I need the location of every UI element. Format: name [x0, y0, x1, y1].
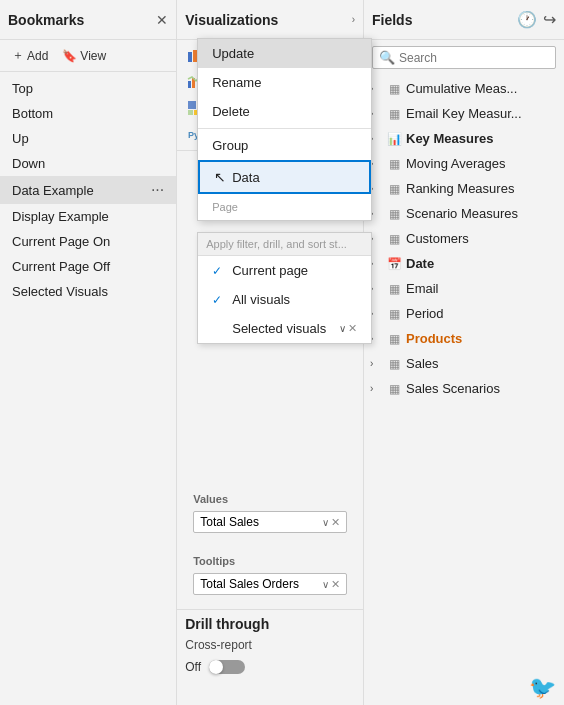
- list-item[interactable]: Top: [0, 76, 176, 101]
- field-group-header-customers[interactable]: › ▦ Customers: [364, 227, 564, 250]
- fields-header-icons: 🕐 ↪: [517, 10, 556, 29]
- values-dropdown[interactable]: Total Sales ∨ ✕: [193, 511, 347, 533]
- field-group-name: Key Measures: [406, 131, 493, 146]
- field-group-customers: › ▦ Customers: [364, 227, 564, 250]
- viz-title: Visualizations: [185, 12, 278, 28]
- field-group-header-sales-scenarios[interactable]: › ▦ Sales Scenarios: [364, 377, 564, 400]
- list-item[interactable]: Up: [0, 126, 176, 151]
- table-icon: ▦: [386, 207, 402, 221]
- list-item[interactable]: Display Example: [0, 204, 176, 229]
- search-icon: 🔍: [379, 50, 395, 65]
- field-group-name: Moving Averages: [406, 156, 506, 171]
- values-clear-icon[interactable]: ✕: [331, 516, 340, 529]
- chevron-down-icon: ∨: [322, 579, 329, 590]
- field-group-name: Period: [406, 306, 444, 321]
- field-group-name: Email: [406, 281, 439, 296]
- share-icon[interactable]: ↪: [543, 10, 556, 29]
- close-icon[interactable]: ✕: [348, 322, 357, 335]
- list-item[interactable]: Current Page Off: [0, 254, 176, 279]
- bookmarks-panel: Bookmarks ✕ ＋ Add 🔖 View Top Bottom Up D…: [0, 0, 177, 705]
- tooltips-dropdown[interactable]: Total Sales Orders ∨ ✕: [193, 573, 347, 595]
- view-button[interactable]: 🔖 View: [58, 47, 110, 65]
- field-group-date: › 📅 Date: [364, 252, 564, 275]
- field-group-email: › ▦ Email: [364, 277, 564, 300]
- list-item[interactable]: Selected Visuals: [0, 279, 176, 304]
- field-group-header-date[interactable]: › 📅 Date: [364, 252, 564, 275]
- field-group-header-period[interactable]: › ▦ Period: [364, 302, 564, 325]
- sub-item-current-page[interactable]: ✓ Current page: [198, 256, 371, 285]
- list-item[interactable]: Current Page On: [0, 229, 176, 254]
- field-group-scenario: › ▦ Scenario Measures: [364, 202, 564, 225]
- field-group-header-cumulative[interactable]: › ▦ Cumulative Meas...: [364, 77, 564, 100]
- field-group-name: Ranking Measures: [406, 181, 514, 196]
- search-box[interactable]: 🔍: [372, 46, 556, 69]
- field-group-header-ranking[interactable]: › ▦ Ranking Measures: [364, 177, 564, 200]
- sub-item-selected-visuals[interactable]: ✓ Selected visuals ∨ ✕: [198, 314, 371, 343]
- field-group-name: Products: [406, 331, 462, 346]
- field-group-name: Sales: [406, 356, 439, 371]
- toggle-off-label: Off: [185, 660, 201, 674]
- table-icon: ▦: [386, 182, 402, 196]
- field-group-header-sales[interactable]: › ▦ Sales: [364, 352, 564, 375]
- table-icon: ▦: [386, 82, 402, 96]
- sub-section-menu: Apply filter, drill, and sort st... ✓ Cu…: [197, 232, 372, 344]
- tooltips-label: Tooltips: [185, 549, 355, 569]
- calendar-icon: 📅: [386, 257, 402, 271]
- field-group-header-key-measures[interactable]: › 📊 Key Measures: [364, 127, 564, 150]
- clock-icon[interactable]: 🕐: [517, 10, 537, 29]
- tooltips-clear-icon[interactable]: ✕: [331, 578, 340, 591]
- field-group-header-moving-avg[interactable]: › ▦ Moving Averages: [364, 152, 564, 175]
- apply-filter-label: Apply filter, drill, and sort st...: [198, 233, 371, 256]
- toggle-row: Off: [185, 656, 355, 678]
- field-group-period: › ▦ Period: [364, 302, 564, 325]
- context-menu-update[interactable]: Update: [198, 39, 371, 68]
- table-icon: ▦: [386, 332, 402, 346]
- drill-through-section: Drill through Cross-report Off: [177, 609, 363, 684]
- field-group-header-email-key[interactable]: › ▦ Email Key Measur...: [364, 102, 564, 125]
- bookmarks-close-icon[interactable]: ✕: [156, 12, 168, 28]
- tooltips-section: Tooltips Total Sales Orders ∨ ✕: [177, 543, 363, 605]
- list-item[interactable]: Down: [0, 151, 176, 176]
- svg-rect-24: [188, 101, 196, 109]
- context-menu-group[interactable]: Group: [198, 131, 371, 160]
- field-group-name: Email Key Measur...: [406, 106, 522, 121]
- bookmarks-list: Top Bottom Up Down Data Example ··· Disp…: [0, 72, 176, 705]
- bird-icon: 🐦: [529, 675, 556, 701]
- fields-title: Fields: [372, 12, 412, 28]
- field-group-header-email[interactable]: › ▦ Email: [364, 277, 564, 300]
- field-group-header-products[interactable]: › ▦ Products: [364, 327, 564, 350]
- fields-list: › ▦ Cumulative Meas... › ▦ Email Key Mea…: [364, 75, 564, 671]
- context-menu-delete[interactable]: Delete: [198, 97, 371, 126]
- list-item[interactable]: Bottom: [0, 101, 176, 126]
- bookmarks-header: Bookmarks ✕: [0, 0, 176, 40]
- values-section: Values Total Sales ∨ ✕: [177, 481, 363, 543]
- context-menu-page[interactable]: Page: [198, 194, 371, 220]
- fields-panel: Fields 🕐 ↪ 🔍 › ▦ Cumulative Meas... › ▦ …: [364, 0, 564, 705]
- table-icon: ▦: [386, 357, 402, 371]
- field-group-name: Sales Scenarios: [406, 381, 500, 396]
- view-icon: 🔖: [62, 49, 77, 63]
- bookmarks-toolbar: ＋ Add 🔖 View: [0, 40, 176, 72]
- svg-rect-26: [188, 110, 193, 115]
- field-group-key-measures: › 📊 Key Measures: [364, 127, 564, 150]
- fields-footer: 🐦: [364, 671, 564, 705]
- sub-item-all-visuals[interactable]: ✓ All visuals: [198, 285, 371, 314]
- context-menu-rename[interactable]: Rename: [198, 68, 371, 97]
- values-label: Values: [185, 487, 355, 507]
- search-input[interactable]: [399, 51, 549, 65]
- bookmarks-title: Bookmarks: [8, 12, 84, 28]
- field-group-header-scenario[interactable]: › ▦ Scenario Measures: [364, 202, 564, 225]
- list-item-data-example[interactable]: Data Example ···: [0, 176, 176, 204]
- plus-icon: ＋: [12, 47, 24, 64]
- chevron-right-icon: ›: [370, 358, 382, 369]
- chevron-down-icon: ∨: [339, 323, 346, 334]
- context-menu-data[interactable]: ↖ Data: [198, 160, 371, 194]
- chevron-down-icon: ∨: [322, 517, 329, 528]
- add-button[interactable]: ＋ Add: [8, 45, 52, 66]
- table-icon: ▦: [386, 157, 402, 171]
- viz-bottom-section: Values Total Sales ∨ ✕ Tooltips Total Sa…: [177, 481, 363, 705]
- table-icon: ▦: [386, 107, 402, 121]
- field-group-products: › ▦ Products: [364, 327, 564, 350]
- toggle-switch[interactable]: [209, 660, 245, 674]
- toggle-thumb: [209, 660, 223, 674]
